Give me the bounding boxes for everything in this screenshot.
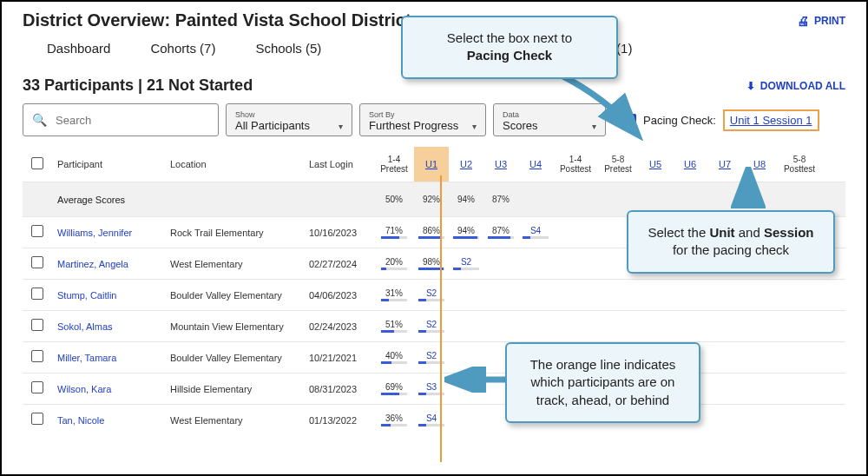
row-checkbox[interactable] — [31, 256, 43, 268]
col-location: Location — [170, 159, 309, 169]
participant-link[interactable]: Tan, Nicole — [57, 415, 170, 426]
select-all-checkbox[interactable] — [31, 157, 43, 169]
download-all-button[interactable]: DOWNLOAD ALL — [746, 80, 845, 92]
search-icon — [32, 112, 47, 128]
location-cell: Boulder Valley Elementary — [170, 290, 309, 301]
location-cell: Hillside Elementary — [170, 384, 309, 394]
callout-unit-session: Select the Unit and Session for the paci… — [627, 210, 835, 274]
participants-table: Participant Location Last Login 1-4Prete… — [23, 147, 845, 435]
last-login-cell: 04/06/2023 — [309, 290, 374, 301]
col-u3-link[interactable]: U3 — [483, 159, 518, 169]
last-login-cell: 08/31/2023 — [309, 384, 374, 394]
participants-title: 33 Participants | 21 Not Started — [23, 76, 253, 95]
row-checkbox[interactable] — [31, 350, 43, 362]
pacing-label: Pacing Check: — [643, 114, 716, 127]
col-posttest58: 5-8Posttest — [777, 155, 822, 174]
session-link[interactable]: S4 — [426, 413, 437, 423]
session-link[interactable]: S4 — [530, 226, 541, 235]
subheader: 33 Participants | 21 Not Started DOWNLOA… — [23, 76, 845, 95]
table-row: Wilson, KaraHillside Elementary08/31/202… — [23, 373, 845, 404]
table-header: Participant Location Last Login 1-4Prete… — [23, 147, 845, 182]
col-posttest14: 1-4Posttest — [553, 155, 598, 174]
location-cell: Mountain View Elementary — [170, 321, 309, 332]
location-cell: West Elementary — [170, 415, 309, 426]
session-link[interactable]: S2 — [426, 351, 437, 360]
col-u4-link[interactable]: U4 — [518, 159, 553, 169]
row-checkbox[interactable] — [31, 319, 43, 331]
table-row: Stump, CaitlinBoulder Valley Elementary0… — [23, 279, 845, 310]
show-label: Show — [235, 111, 343, 119]
last-login-cell: 01/13/2022 — [309, 415, 374, 426]
participant-link[interactable]: Miller, Tamara — [57, 353, 170, 363]
session-link[interactable]: S2 — [426, 320, 437, 329]
last-login-cell: 10/21/2021 — [309, 353, 374, 363]
print-icon — [797, 14, 809, 28]
search-box[interactable] — [23, 103, 219, 136]
print-button[interactable]: PRINT — [797, 14, 845, 28]
download-icon — [746, 80, 755, 92]
row-checkbox[interactable] — [31, 288, 43, 300]
page-title: District Overview: Painted Vista School … — [23, 10, 411, 30]
row-checkbox[interactable] — [31, 413, 43, 425]
callout-pacing-checkbox: Select the box next to Pacing Check — [401, 16, 618, 79]
session-link[interactable]: S3 — [426, 382, 437, 392]
pacing-unit-session-link[interactable]: Unit 1 Session 1 — [723, 109, 819, 131]
col-u6-link[interactable]: U6 — [673, 159, 707, 169]
participant-link[interactable]: Martinez, Angela — [57, 259, 170, 269]
participant-link[interactable]: Williams, Jennifer — [57, 228, 170, 238]
col-pretest58: 5-8Pretest — [598, 155, 638, 174]
tab-schools[interactable]: Schools (5) — [255, 41, 321, 56]
location-cell: West Elementary — [170, 259, 309, 269]
last-login-cell: 02/24/2023 — [309, 321, 374, 332]
sort-dropdown[interactable]: Sort By Furthest Progress — [359, 103, 486, 136]
location-cell: Boulder Valley Elementary — [170, 353, 309, 363]
tab-cohorts[interactable]: Cohorts (7) — [150, 41, 215, 56]
avg-label: Average Scores — [57, 195, 170, 205]
chevron-down-icon — [472, 119, 477, 132]
row-checkbox[interactable] — [31, 381, 43, 393]
location-cell: Rock Trail Elementary — [170, 228, 309, 238]
col-last-login: Last Login — [309, 159, 374, 169]
pacing-indicator-line — [440, 175, 442, 462]
col-u1-link[interactable]: U1 — [425, 159, 437, 169]
col-participant: Participant — [57, 159, 170, 169]
sort-label: Sort By — [369, 111, 477, 119]
table-row: Tan, NicoleWest Elementary01/13/202236%S… — [23, 404, 845, 435]
show-dropdown[interactable]: Show All Participants — [226, 103, 352, 136]
arrow-icon — [731, 167, 766, 212]
session-link[interactable]: S2 — [426, 288, 437, 298]
tab-dashboard[interactable]: Dashboard — [47, 41, 110, 56]
col-u2-link[interactable]: U2 — [449, 159, 483, 169]
table-row: Sokol, AlmasMountain View Elementary02/2… — [23, 310, 845, 341]
participant-link[interactable]: Wilson, Kara — [57, 384, 170, 394]
pacing-check-group: Pacing Check: Unit 1 Session 1 — [623, 109, 819, 131]
last-login-cell: 02/27/2024 — [309, 259, 374, 269]
col-u5-link[interactable]: U5 — [638, 159, 673, 169]
search-input[interactable] — [56, 114, 209, 127]
participant-link[interactable]: Sokol, Almas — [57, 321, 170, 332]
col-pretest14: 1-4Pretest — [374, 155, 414, 174]
arrow-icon — [553, 71, 648, 141]
participant-link[interactable]: Stump, Caitlin — [57, 290, 170, 301]
controls-row: Show All Participants Sort By Furthest P… — [23, 103, 845, 136]
last-login-cell: 10/16/2023 — [309, 228, 374, 238]
row-checkbox[interactable] — [31, 225, 43, 237]
table-row: Miller, TamaraBoulder Valley Elementary1… — [23, 341, 845, 373]
arrow-icon — [444, 367, 510, 393]
chevron-down-icon — [339, 119, 343, 132]
session-link[interactable]: S2 — [461, 257, 471, 267]
callout-orange-line: The orange line indicates which particip… — [505, 342, 700, 423]
